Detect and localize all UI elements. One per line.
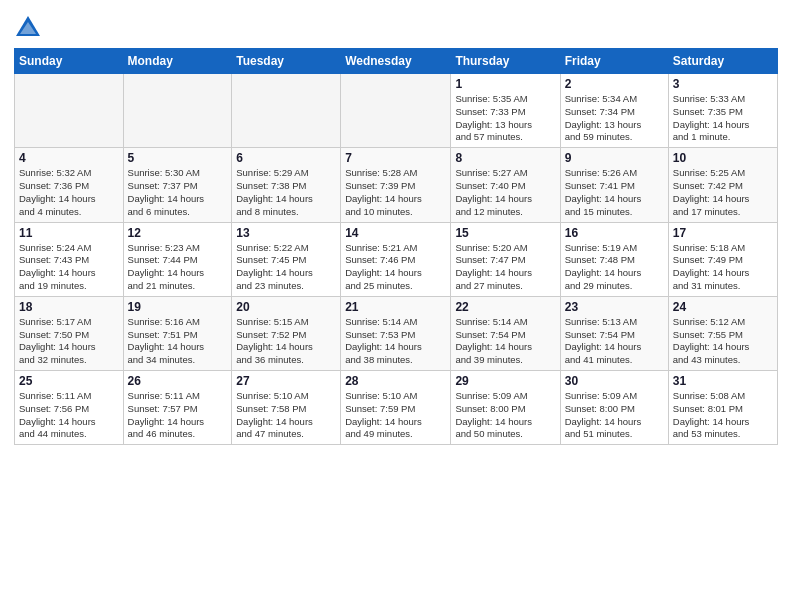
calendar-cell: 28Sunrise: 5:10 AM Sunset: 7:59 PM Dayli…	[341, 371, 451, 445]
day-info: Sunrise: 5:19 AM Sunset: 7:48 PM Dayligh…	[565, 242, 664, 293]
day-info: Sunrise: 5:35 AM Sunset: 7:33 PM Dayligh…	[455, 93, 555, 144]
page: SundayMondayTuesdayWednesdayThursdayFrid…	[0, 0, 792, 612]
day-info: Sunrise: 5:34 AM Sunset: 7:34 PM Dayligh…	[565, 93, 664, 144]
day-number: 31	[673, 374, 773, 388]
calendar-cell: 30Sunrise: 5:09 AM Sunset: 8:00 PM Dayli…	[560, 371, 668, 445]
day-number: 21	[345, 300, 446, 314]
weekday-header-monday: Monday	[123, 49, 232, 74]
day-info: Sunrise: 5:33 AM Sunset: 7:35 PM Dayligh…	[673, 93, 773, 144]
day-info: Sunrise: 5:12 AM Sunset: 7:55 PM Dayligh…	[673, 316, 773, 367]
calendar-cell: 6Sunrise: 5:29 AM Sunset: 7:38 PM Daylig…	[232, 148, 341, 222]
day-number: 9	[565, 151, 664, 165]
day-info: Sunrise: 5:27 AM Sunset: 7:40 PM Dayligh…	[455, 167, 555, 218]
calendar-cell: 9Sunrise: 5:26 AM Sunset: 7:41 PM Daylig…	[560, 148, 668, 222]
day-info: Sunrise: 5:28 AM Sunset: 7:39 PM Dayligh…	[345, 167, 446, 218]
day-info: Sunrise: 5:32 AM Sunset: 7:36 PM Dayligh…	[19, 167, 119, 218]
calendar-cell: 21Sunrise: 5:14 AM Sunset: 7:53 PM Dayli…	[341, 296, 451, 370]
calendar-cell: 23Sunrise: 5:13 AM Sunset: 7:54 PM Dayli…	[560, 296, 668, 370]
calendar-cell: 1Sunrise: 5:35 AM Sunset: 7:33 PM Daylig…	[451, 74, 560, 148]
calendar-cell: 17Sunrise: 5:18 AM Sunset: 7:49 PM Dayli…	[668, 222, 777, 296]
day-number: 25	[19, 374, 119, 388]
day-number: 5	[128, 151, 228, 165]
calendar-cell: 5Sunrise: 5:30 AM Sunset: 7:37 PM Daylig…	[123, 148, 232, 222]
week-row-4: 18Sunrise: 5:17 AM Sunset: 7:50 PM Dayli…	[15, 296, 778, 370]
day-info: Sunrise: 5:08 AM Sunset: 8:01 PM Dayligh…	[673, 390, 773, 441]
day-number: 24	[673, 300, 773, 314]
day-info: Sunrise: 5:20 AM Sunset: 7:47 PM Dayligh…	[455, 242, 555, 293]
day-number: 12	[128, 226, 228, 240]
day-info: Sunrise: 5:10 AM Sunset: 7:59 PM Dayligh…	[345, 390, 446, 441]
day-info: Sunrise: 5:09 AM Sunset: 8:00 PM Dayligh…	[565, 390, 664, 441]
day-number: 20	[236, 300, 336, 314]
calendar-cell: 16Sunrise: 5:19 AM Sunset: 7:48 PM Dayli…	[560, 222, 668, 296]
day-info: Sunrise: 5:24 AM Sunset: 7:43 PM Dayligh…	[19, 242, 119, 293]
calendar-cell: 3Sunrise: 5:33 AM Sunset: 7:35 PM Daylig…	[668, 74, 777, 148]
day-number: 16	[565, 226, 664, 240]
calendar-cell: 26Sunrise: 5:11 AM Sunset: 7:57 PM Dayli…	[123, 371, 232, 445]
day-number: 14	[345, 226, 446, 240]
day-number: 15	[455, 226, 555, 240]
logo	[14, 14, 46, 42]
day-number: 8	[455, 151, 555, 165]
day-info: Sunrise: 5:13 AM Sunset: 7:54 PM Dayligh…	[565, 316, 664, 367]
logo-icon	[14, 14, 42, 42]
day-info: Sunrise: 5:26 AM Sunset: 7:41 PM Dayligh…	[565, 167, 664, 218]
calendar-cell	[341, 74, 451, 148]
day-number: 13	[236, 226, 336, 240]
calendar-cell: 18Sunrise: 5:17 AM Sunset: 7:50 PM Dayli…	[15, 296, 124, 370]
day-info: Sunrise: 5:11 AM Sunset: 7:56 PM Dayligh…	[19, 390, 119, 441]
calendar-cell: 29Sunrise: 5:09 AM Sunset: 8:00 PM Dayli…	[451, 371, 560, 445]
weekday-header-tuesday: Tuesday	[232, 49, 341, 74]
day-number: 17	[673, 226, 773, 240]
week-row-3: 11Sunrise: 5:24 AM Sunset: 7:43 PM Dayli…	[15, 222, 778, 296]
weekday-header-wednesday: Wednesday	[341, 49, 451, 74]
calendar-cell: 12Sunrise: 5:23 AM Sunset: 7:44 PM Dayli…	[123, 222, 232, 296]
calendar-cell: 2Sunrise: 5:34 AM Sunset: 7:34 PM Daylig…	[560, 74, 668, 148]
calendar-cell: 24Sunrise: 5:12 AM Sunset: 7:55 PM Dayli…	[668, 296, 777, 370]
day-number: 29	[455, 374, 555, 388]
day-number: 22	[455, 300, 555, 314]
day-info: Sunrise: 5:15 AM Sunset: 7:52 PM Dayligh…	[236, 316, 336, 367]
day-info: Sunrise: 5:14 AM Sunset: 7:54 PM Dayligh…	[455, 316, 555, 367]
weekday-header-friday: Friday	[560, 49, 668, 74]
day-number: 1	[455, 77, 555, 91]
calendar-cell: 13Sunrise: 5:22 AM Sunset: 7:45 PM Dayli…	[232, 222, 341, 296]
header	[14, 10, 778, 42]
calendar-cell: 10Sunrise: 5:25 AM Sunset: 7:42 PM Dayli…	[668, 148, 777, 222]
calendar-cell: 31Sunrise: 5:08 AM Sunset: 8:01 PM Dayli…	[668, 371, 777, 445]
day-info: Sunrise: 5:16 AM Sunset: 7:51 PM Dayligh…	[128, 316, 228, 367]
weekday-header-thursday: Thursday	[451, 49, 560, 74]
day-number: 10	[673, 151, 773, 165]
weekday-header-saturday: Saturday	[668, 49, 777, 74]
day-number: 11	[19, 226, 119, 240]
day-info: Sunrise: 5:29 AM Sunset: 7:38 PM Dayligh…	[236, 167, 336, 218]
calendar-cell: 14Sunrise: 5:21 AM Sunset: 7:46 PM Dayli…	[341, 222, 451, 296]
day-info: Sunrise: 5:09 AM Sunset: 8:00 PM Dayligh…	[455, 390, 555, 441]
day-number: 30	[565, 374, 664, 388]
calendar-cell: 8Sunrise: 5:27 AM Sunset: 7:40 PM Daylig…	[451, 148, 560, 222]
week-row-5: 25Sunrise: 5:11 AM Sunset: 7:56 PM Dayli…	[15, 371, 778, 445]
calendar-cell: 20Sunrise: 5:15 AM Sunset: 7:52 PM Dayli…	[232, 296, 341, 370]
day-info: Sunrise: 5:18 AM Sunset: 7:49 PM Dayligh…	[673, 242, 773, 293]
day-info: Sunrise: 5:14 AM Sunset: 7:53 PM Dayligh…	[345, 316, 446, 367]
weekday-header-row: SundayMondayTuesdayWednesdayThursdayFrid…	[15, 49, 778, 74]
day-info: Sunrise: 5:11 AM Sunset: 7:57 PM Dayligh…	[128, 390, 228, 441]
day-number: 26	[128, 374, 228, 388]
day-number: 23	[565, 300, 664, 314]
day-info: Sunrise: 5:23 AM Sunset: 7:44 PM Dayligh…	[128, 242, 228, 293]
day-number: 19	[128, 300, 228, 314]
calendar-cell: 19Sunrise: 5:16 AM Sunset: 7:51 PM Dayli…	[123, 296, 232, 370]
day-number: 2	[565, 77, 664, 91]
day-info: Sunrise: 5:21 AM Sunset: 7:46 PM Dayligh…	[345, 242, 446, 293]
calendar-cell: 25Sunrise: 5:11 AM Sunset: 7:56 PM Dayli…	[15, 371, 124, 445]
calendar-cell: 4Sunrise: 5:32 AM Sunset: 7:36 PM Daylig…	[15, 148, 124, 222]
week-row-1: 1Sunrise: 5:35 AM Sunset: 7:33 PM Daylig…	[15, 74, 778, 148]
weekday-header-sunday: Sunday	[15, 49, 124, 74]
day-number: 18	[19, 300, 119, 314]
day-number: 28	[345, 374, 446, 388]
calendar-cell: 7Sunrise: 5:28 AM Sunset: 7:39 PM Daylig…	[341, 148, 451, 222]
day-info: Sunrise: 5:22 AM Sunset: 7:45 PM Dayligh…	[236, 242, 336, 293]
day-number: 6	[236, 151, 336, 165]
day-number: 4	[19, 151, 119, 165]
calendar-cell: 22Sunrise: 5:14 AM Sunset: 7:54 PM Dayli…	[451, 296, 560, 370]
